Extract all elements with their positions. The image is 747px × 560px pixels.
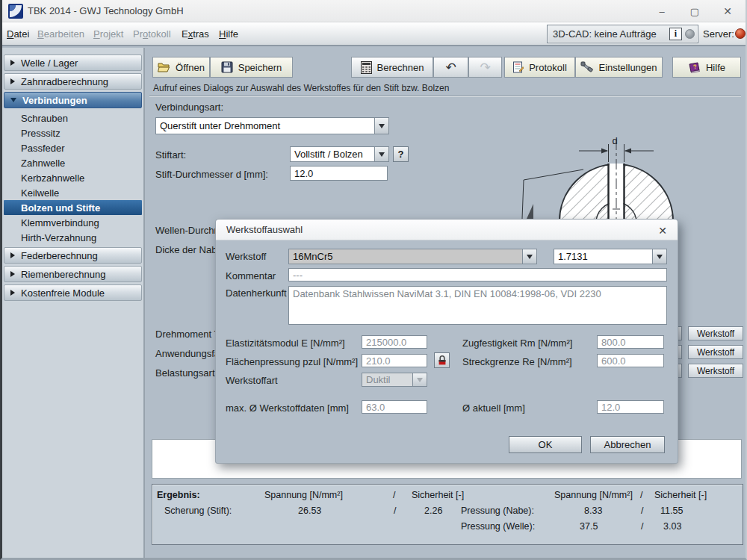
verbindungsart-select[interactable]: Querstift unter Drehmoment <box>155 117 389 134</box>
menu-bearbeiten: Bearbeiten <box>37 28 84 40</box>
minimize-button[interactable]: – <box>647 0 677 22</box>
svg-text:d: d <box>612 135 617 146</box>
save-button[interactable]: Speichern <box>210 57 293 78</box>
dialog-titlebar: Werkstoffauswahl ✕ <box>216 220 678 240</box>
sidebar-section-kostenfreie-module[interactable]: Kostenfreie Module <box>4 284 142 301</box>
dropdown-arrow-icon[interactable] <box>374 147 388 161</box>
chevron-right-icon <box>10 60 15 66</box>
sidebar-item-kerbzahnwelle[interactable]: Kerbzahnwelle <box>2 170 143 185</box>
werkstoffnummer-select[interactable]: 1.7131 <box>554 249 667 264</box>
undo-icon: ↶ <box>445 61 456 74</box>
menu-projekt: Projekt <box>93 28 123 40</box>
stiftart-select[interactable]: Vollstift / Bolzen <box>290 146 389 162</box>
calculate-button[interactable]: Berechnen <box>351 57 433 78</box>
close-button[interactable]: ✕ <box>713 0 743 22</box>
server-status-led <box>735 28 746 39</box>
help-button[interactable]: ? Hilfe <box>672 57 741 78</box>
folder-open-icon <box>158 62 170 73</box>
col-header-sicherheit: Sicherheit [-] <box>412 490 464 500</box>
protocol-button[interactable]: Protokoll <box>504 57 575 78</box>
floppy-disk-icon <box>221 61 233 73</box>
tools-icon <box>580 61 593 73</box>
cancel-button[interactable]: Abbrechen <box>590 436 665 453</box>
menu-datei[interactable]: Datei <box>7 28 29 40</box>
calculator-icon <box>361 61 372 74</box>
sidebar-section-federberechnung[interactable]: Federberechnung <box>4 247 142 264</box>
nabendicke-label: Dicke der Nab <box>155 244 217 255</box>
dropdown-arrow-icon[interactable] <box>374 118 388 134</box>
document-icon <box>512 61 524 73</box>
ok-button[interactable]: OK <box>509 436 582 453</box>
book-icon: ? <box>688 62 701 73</box>
settings-button[interactable]: Einstellungen <box>575 57 663 78</box>
dropdown-arrow-icon <box>412 373 427 386</box>
col-header-spannung: Spannung [N/mm²] <box>264 490 343 500</box>
app-window: TBK 2014 - GWJ Technology GmbH – ▢ ✕ Dat… <box>0 0 747 560</box>
result-row-label: Pressung (Nabe): <box>461 505 534 516</box>
result-value: 8.33 <box>584 505 602 516</box>
result-value: 26.53 <box>298 505 321 516</box>
result-value: 37.5 <box>580 521 598 532</box>
werkstoffart-label: Werkstoffart <box>226 375 278 386</box>
results-panel: Ergebnis: Spannung [N/mm²] / Sicherheit … <box>152 484 743 545</box>
undo-button[interactable]: ↶ <box>433 57 468 78</box>
emodul-label: Elastizitätsmodul E [N/mm²] <box>226 337 345 349</box>
sidebar-item-bolzen-und-stifte[interactable]: Bolzen und Stifte <box>4 200 142 215</box>
redo-icon: ↷ <box>480 61 490 74</box>
stiftart-help-button[interactable]: ? <box>393 146 409 162</box>
sidebar-item-schrauben[interactable]: Schrauben <box>2 111 143 125</box>
section-label: Welle / Lager <box>21 57 78 69</box>
werkstoff-button-nabe[interactable]: Werkstoff <box>688 345 743 359</box>
section-label: Zahnradberechnung <box>21 76 108 87</box>
dropdown-arrow-icon[interactable] <box>652 249 666 264</box>
werkstoff-select[interactable]: 16MnCr5 <box>288 249 537 264</box>
sidebar-item-klemmverbindung[interactable]: Klemmverbindung <box>2 215 143 230</box>
redo-button: ↷ <box>468 57 502 78</box>
sidebar-item-presssitz[interactable]: Presssitz <box>2 125 143 140</box>
menu-extras[interactable]: Extras <box>182 28 209 40</box>
sidebar-section-riemenberechnung[interactable]: Riemenberechnung <box>4 266 142 282</box>
lock-button[interactable] <box>434 352 450 368</box>
sidebar-item-zahnwelle[interactable]: Zahnwelle <box>2 155 143 170</box>
result-row-label: Scherung (Stift): <box>164 505 232 516</box>
sidebar-item-keilwelle[interactable]: Keilwelle <box>2 185 143 200</box>
werkstoff-button-stift[interactable]: Werkstoff <box>688 326 743 340</box>
verbindungsart-label: Verbindungsart: <box>155 102 223 113</box>
info-button[interactable]: i <box>669 28 682 40</box>
dialog-close-icon[interactable]: ✕ <box>655 223 670 238</box>
kommentar-input[interactable]: --- <box>288 268 667 281</box>
sidebar-section-welle-lager[interactable]: Welle / Lager <box>4 55 142 71</box>
menu-hilfe[interactable]: Hilfe <box>219 28 238 40</box>
sidebar-section-verbindungen[interactable]: Verbindungen <box>4 92 142 108</box>
durchmesser-input[interactable]: 12.0 <box>290 166 388 181</box>
cad-status-led <box>685 29 695 39</box>
cad-status-text: 3D-CAD: keine Aufträge <box>553 28 669 40</box>
max-durchmesser-input: 63.0 <box>362 400 427 414</box>
section-label: Federberechnung <box>21 250 98 261</box>
aktuell-durchmesser-input: 12.0 <box>597 400 664 414</box>
flaechenpressung-label: Flächenpressung pzul [N/mm²] <box>226 356 358 367</box>
chevron-right-icon <box>10 78 15 84</box>
werkstoff-button-welle[interactable]: Werkstoff <box>688 364 743 378</box>
flaechenpressung-input: 210.0 <box>362 354 427 367</box>
werkstoff-label: Werkstoff <box>226 251 266 262</box>
sidebar-item-hirth-verzahnung[interactable]: Hirth-Verzahnung <box>2 230 143 245</box>
sidebar-item-passfeder[interactable]: Passfeder <box>2 140 143 155</box>
slash: / <box>641 521 643 532</box>
sidebar-section-zahnradberechnung[interactable]: Zahnradberechnung <box>4 73 142 90</box>
results-title: Ergebnis: <box>157 490 200 500</box>
open-button[interactable]: Öffnen <box>152 57 210 78</box>
menu-protokoll: Protokoll <box>133 28 171 40</box>
dropdown-arrow-icon[interactable] <box>522 249 536 264</box>
cad-status-box: 3D-CAD: keine Aufträge i <box>547 25 698 43</box>
titlebar: TBK 2014 - GWJ Technology GmbH – ▢ ✕ <box>2 0 746 22</box>
divider <box>149 96 741 97</box>
protocol-label: Protokoll <box>529 62 567 73</box>
chevron-right-icon <box>10 271 15 277</box>
result-row-label: Pressung (Welle): <box>461 521 535 532</box>
save-label: Speichern <box>238 62 282 73</box>
maximize-button[interactable]: ▢ <box>680 0 710 22</box>
result-value: 3.03 <box>663 521 681 532</box>
statusbar-hint: Aufruf eines Dialogs zur Auswahl des Wer… <box>153 83 449 93</box>
zugfestigkeit-input: 800.0 <box>597 335 664 349</box>
